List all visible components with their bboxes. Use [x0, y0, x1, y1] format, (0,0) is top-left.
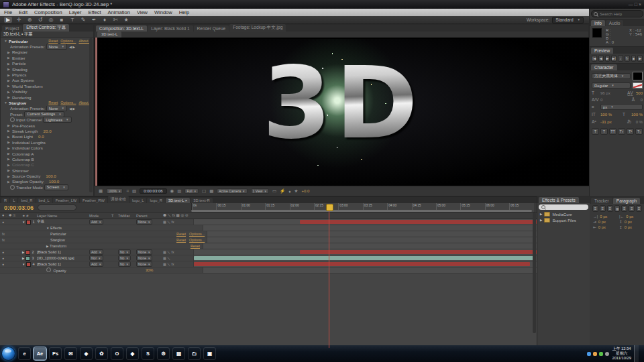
tool-icon[interactable]: ✛ [15, 17, 23, 23]
effect-link[interactable]: Options... [189, 232, 205, 236]
taskbar-clock[interactable]: 上午 12:34 星期六 2011/10/29 [612, 347, 631, 361]
trkmat-dropdown[interactable]: No▼ [118, 249, 131, 255]
layer-name-header[interactable]: Layer Name [37, 214, 89, 218]
current-time-display[interactable]: 0:00:03:06 [0, 204, 38, 211]
type-toggle[interactable]: T₁ [635, 128, 643, 135]
effect-link[interactable]: Reset [176, 232, 186, 236]
transport-button[interactable]: |◀ [592, 55, 597, 62]
parent-dropdown[interactable]: None▼ [136, 261, 152, 267]
panel-tab[interactable]: Project [2, 25, 22, 32]
label-color-chip[interactable] [26, 262, 31, 267]
layer-switches[interactable]: ▦ ＼ fx [163, 220, 193, 224]
indent-field[interactable]: |← 0 px [619, 215, 641, 219]
preset-folder-row[interactable]: ▶ Support Files [537, 217, 590, 223]
menu-item[interactable]: File [4, 9, 12, 15]
panel-tab[interactable]: Character [591, 64, 617, 70]
taskbar-app-icon[interactable]: ✉ [64, 347, 77, 360]
layer-row-2[interactable]: ● ▶ 2 [Black Solid 1] Add▼ No▼ None▼ ▦ ＼… [0, 249, 537, 255]
tsume-value[interactable]: 0 % [636, 120, 643, 124]
show-desktop-button[interactable] [634, 345, 639, 362]
effect-link[interactable]: Options... [60, 101, 76, 105]
menu-item[interactable]: Effect [88, 9, 101, 15]
layer-switches[interactable]: ▦ ＼ fx [163, 250, 193, 254]
title-bar[interactable]: Adobe After Effects - BenQ-logo-3D-24.ae… [0, 0, 644, 9]
tray-icons[interactable] [587, 352, 609, 356]
effect-group-row[interactable]: ▶World Transform [1, 83, 93, 88]
expander-open-icon[interactable]: ▼ [4, 101, 9, 105]
effect-property-row[interactable]: ▶ Individual Lengths [1, 139, 93, 145]
transform-row[interactable]: ▶ Transform Reset [0, 243, 537, 249]
workspace-dropdown[interactable]: Standard ▼ [552, 17, 584, 23]
fx-icon[interactable]: fx [0, 238, 22, 242]
panel-tab[interactable]: Effect Controls: 字幕 [23, 24, 69, 32]
pixel-aspect-icon[interactable]: ▭ [272, 188, 276, 194]
font-style-dropdown[interactable]: Regular▼ [592, 82, 631, 88]
transport-button[interactable]: ♪ [618, 55, 623, 62]
layer-duration-bar[interactable] [300, 220, 537, 224]
start-button[interactable] [1, 347, 15, 361]
taskbar-app-icon[interactable]: ✿ [95, 347, 108, 360]
property-value[interactable]: 100.0 [46, 174, 56, 178]
property-value[interactable]: 20.0 [44, 129, 52, 133]
effect-name[interactable]: Starglow [37, 238, 103, 242]
scrollbar[interactable] [89, 38, 93, 192]
transport-button[interactable]: ▶| [611, 55, 616, 62]
layer-row-3[interactable]: ● ▶ 3 [3D_1[0000-0240].tga] Nor▼ No▼ Non… [0, 255, 537, 261]
transport-button[interactable]: ▶ [637, 55, 643, 62]
effect-link[interactable]: Reset [48, 39, 58, 43]
mode-dropdown[interactable]: Add▼ [89, 219, 103, 225]
roi-icon[interactable]: ▢ [202, 188, 206, 194]
effect-name[interactable]: Particular [37, 232, 103, 236]
indent-field[interactable]: ↥ 0 px [619, 220, 641, 224]
preset-prev-next[interactable]: ◀ ▶ [69, 107, 75, 111]
effect-header-starglow[interactable]: ▼ Starglow ResetOptions...About... [1, 100, 93, 105]
group-label[interactable]: ▶ Transform [37, 244, 99, 248]
parent-dropdown[interactable]: None▼ [136, 219, 152, 225]
tool-icon[interactable]: ★ [122, 17, 130, 23]
type-toggle[interactable]: T [600, 128, 608, 135]
av-eye-icon[interactable]: ● [0, 220, 22, 224]
effect-property-row[interactable]: ▶ Boost Light 0.0 [1, 134, 93, 139]
panel-tab[interactable]: Render Queue [194, 25, 229, 32]
exposure-icon[interactable]: ★ [294, 188, 299, 194]
indent-field[interactable]: ⇥ 0 px [593, 220, 615, 224]
effect-group-row[interactable]: ▶Emitter [1, 55, 93, 60]
effect-group-row[interactable]: ▶Particle [1, 61, 93, 66]
type-toggle[interactable]: Tт [618, 128, 625, 135]
window-controls[interactable]: — □ × [629, 2, 641, 7]
resolution-dropdown[interactable]: Full▼ [184, 188, 199, 194]
effects-group-row[interactable]: ▼ Effects [0, 225, 537, 231]
effect-property-row[interactable]: ▶ Source Opacity 100.0 [1, 173, 93, 178]
taskbar-app-icon[interactable]: O [111, 347, 123, 360]
type-toggle[interactable]: TT [609, 128, 616, 135]
effect-property-row[interactable]: ▶ Colormap C [1, 162, 93, 168]
comp-tab[interactable]: bed_L [36, 198, 52, 203]
align-button[interactable]: ≡ [592, 205, 598, 212]
comp-subtab[interactable]: 3D.text-L [97, 32, 121, 38]
t-header[interactable]: T [111, 214, 118, 218]
taskbar-app-icon[interactable]: Ps [49, 347, 62, 360]
effect-group-row[interactable]: ▶Register [1, 50, 93, 55]
tracking-value[interactable]: 500 [636, 91, 643, 95]
comp-tab[interactable]: 3D.text-R [191, 198, 212, 203]
transport-button[interactable]: ▶ [605, 55, 610, 62]
tool-icon[interactable]: ■ [58, 17, 66, 23]
trkmat-dropdown[interactable]: No▼ [118, 255, 131, 261]
tool-icon[interactable]: ⊕ [25, 17, 34, 23]
tool-icon[interactable]: ✒ [90, 17, 98, 23]
layer-duration-bar[interactable] [300, 250, 537, 254]
panel-tab[interactable]: Info [591, 20, 605, 26]
animation-presets-dropdown[interactable]: None ▼ [46, 106, 67, 111]
tool-icon[interactable]: ◎ [47, 17, 55, 23]
layer-duration-bar[interactable] [194, 262, 530, 266]
effect-property-row[interactable]: ▶ Streak Length 20.0 [1, 128, 93, 133]
opacity-row[interactable]: Opacity 30% [0, 267, 537, 274]
transparency-grid-icon[interactable]: ▧ [132, 188, 136, 194]
menu-item[interactable]: Help [179, 9, 189, 15]
property-label[interactable]: Opacity [37, 267, 99, 273]
timeline-v-scrollbar[interactable] [533, 213, 536, 333]
layer-name[interactable]: [3D_1[0000-0240].tga] [37, 256, 89, 260]
mode-dropdown[interactable]: Add▼ [89, 249, 103, 255]
taskbar-app-icon[interactable]: S [142, 347, 154, 360]
comp-tab[interactable]: R [1, 198, 9, 203]
